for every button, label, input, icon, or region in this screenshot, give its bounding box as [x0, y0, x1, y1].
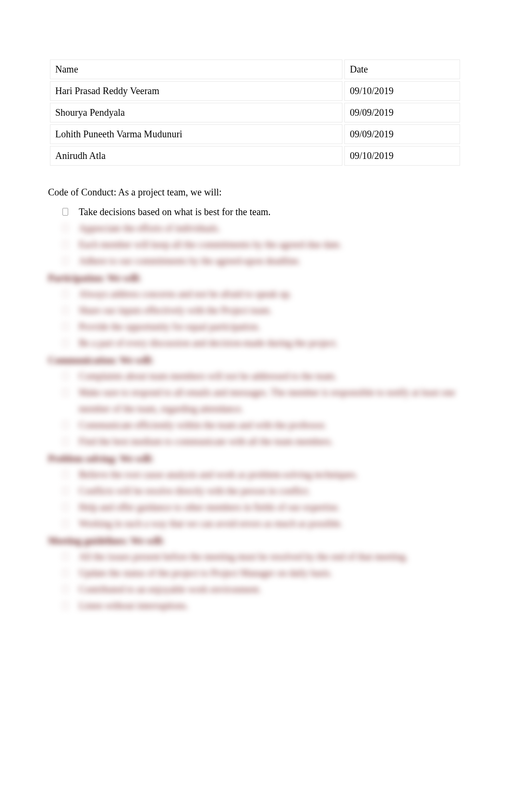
list-item: Update the status of the project to Proj…: [61, 565, 462, 581]
table-row: Anirudh Atla 09/10/2019: [50, 146, 460, 166]
cell-date: 09/09/2019: [344, 103, 460, 122]
col-date-header: Date: [344, 60, 460, 79]
list-item: Always address concerns and not be afrai…: [61, 286, 462, 302]
redacted-content: Appreciate the efforts of individuals. E…: [48, 220, 462, 614]
cell-name: Lohith Puneeth Varma Mudunuri: [50, 124, 342, 144]
table-row: Shourya Pendyala 09/09/2019: [50, 103, 460, 122]
list-item: Listen without interruptions.: [61, 597, 462, 614]
list-item: Complaints about team members will not b…: [61, 368, 462, 384]
cell-date: 09/10/2019: [344, 81, 460, 101]
cell-name: Shourya Pendyala: [50, 103, 342, 122]
cell-date: 09/09/2019: [344, 124, 460, 144]
list-item: Be a part of every discussion and decisi…: [61, 335, 462, 351]
list-item: All the issues present before the meetin…: [61, 548, 462, 565]
signatures-table: Name Date Hari Prasad Reddy Veeram 09/10…: [48, 58, 462, 168]
list-item: Adhere to our commitments by the agreed-…: [61, 253, 462, 269]
list-item: Working in such a way that we can avoid …: [61, 515, 462, 532]
table-row: Lohith Puneeth Varma Mudunuri 09/09/2019: [50, 124, 460, 144]
col-name-header: Name: [50, 60, 342, 79]
list-item: Provide the opportunity for equal partic…: [61, 318, 462, 335]
section-heading: Communication: We will:: [48, 355, 462, 366]
section-heading: Participation: We will:: [48, 273, 462, 284]
section-heading: Meeting guidelines: We will:: [48, 535, 462, 546]
intro-text: Code of Conduct: As a project team, we w…: [48, 187, 462, 198]
cell-date: 09/10/2019: [344, 146, 460, 166]
list-item: Contributed to an enjoyable work environ…: [61, 581, 462, 597]
list-item: Believe the root cause analysis and work…: [61, 466, 462, 483]
table-row: Hari Prasad Reddy Veeram 09/10/2019: [50, 81, 460, 101]
list-item: Take decisions based on what is best for…: [61, 204, 462, 220]
list-item: Communicate efficiently within the team …: [61, 417, 462, 433]
list-item: Conflicts will be resolve directly with …: [61, 483, 462, 499]
cell-name: Anirudh Atla: [50, 146, 342, 166]
cell-name: Hari Prasad Reddy Veeram: [50, 81, 342, 101]
list-item: Make sure to respond to all emails and m…: [61, 384, 462, 417]
list-item: Find the best medium to communicate with…: [61, 433, 462, 449]
list-item: Each member will keep all the commitment…: [61, 236, 462, 253]
list-item: Share our inputs effectively with the Pr…: [61, 302, 462, 318]
section-heading: Problem solving: We will:: [48, 453, 462, 464]
list-item: Help and offer guidance to other members…: [61, 499, 462, 515]
list-item: Appreciate the efforts of individuals.: [61, 220, 462, 236]
